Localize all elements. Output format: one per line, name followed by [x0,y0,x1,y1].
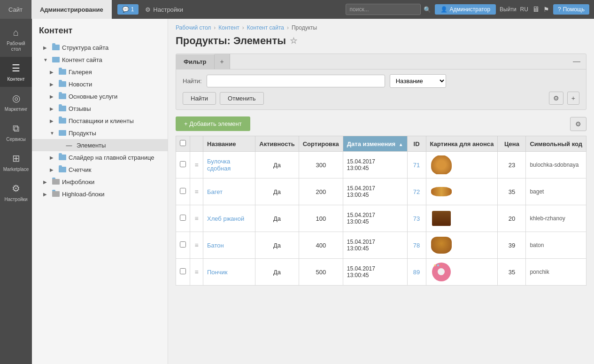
add-element-btn[interactable]: + Добавить элемент [176,116,250,131]
row-checkbox[interactable] [180,188,186,194]
row-thumbnail [430,155,453,174]
cancel-button[interactable]: Отменить [220,92,263,105]
row-img-cell [426,232,498,259]
drag-handle-icon[interactable]: ≡ [194,161,198,169]
tree-item-slider[interactable]: ▶ Слайдер на главной странице [32,151,168,163]
filter-search-input[interactable] [207,75,385,87]
col-header-date[interactable]: Дата изменения ▲ [343,136,407,152]
tree-item-products[interactable]: ▼ Продукты [32,127,168,139]
row-drag-cell[interactable]: ≡ [190,232,203,259]
user-menu[interactable]: 👤 Администратор [435,4,496,15]
row-drag-cell[interactable]: ≡ [190,259,203,286]
filter-toggle-btn[interactable]: Фильтр [176,54,215,69]
select-all-checkbox[interactable] [180,140,186,146]
row-checkbox[interactable] [180,215,186,221]
tree-item-highload[interactable]: ▶ Highload-блоки [32,188,168,200]
tab-site[interactable]: Сайт [0,0,31,19]
filter-gear-btn[interactable]: ⚙ [549,92,563,105]
row-checkbox[interactable] [180,268,186,274]
filter-plus-btn[interactable]: + [567,92,579,105]
row-id-link[interactable]: 71 [413,162,420,169]
settings-link[interactable]: ⚙ Настройки [139,6,190,13]
folder-gray-icon [52,178,60,186]
lang-selector[interactable]: RU [520,6,528,13]
monitor-icon[interactable]: 🖥 [532,5,540,14]
col-header-name[interactable]: Название [203,136,255,152]
row-id-link[interactable]: 89 [413,269,420,276]
tree-item-reviews[interactable]: ▶ Отзывы [32,102,168,115]
table-row: ≡ Пончик Да 500 15.04.201713:00:45 89 35… [176,259,586,286]
search-icon: 🔍 [424,6,431,13]
tree-nav-title: Контент [32,23,168,41]
folder-open-icon [52,55,60,64]
sidebar-item-desktop[interactable]: ⌂ Рабочий стол [0,21,32,57]
filter-header: Фильтр + — [176,54,586,69]
row-id-link[interactable]: 72 [413,188,420,195]
sidebar-item-content[interactable]: ☰ Контент [0,57,32,87]
breadcrumb: Рабочий стол › Контент › Контент сайта ›… [176,24,586,31]
tree-item-suppliers[interactable]: ▶ Поставщики и клиенты [32,115,168,127]
tree-item-infoblocks[interactable]: ▶ Инфоблоки [32,176,168,188]
row-name-link[interactable]: Пончик [207,269,227,276]
tree-item-site-content[interactable]: ▼ Контент сайта [32,54,168,66]
tab-admin[interactable]: Администрирование [31,0,112,19]
row-activity-cell: Да [255,259,299,286]
row-thumbnail [430,236,453,255]
row-drag-cell[interactable]: ≡ [190,205,203,232]
drag-handle-icon[interactable]: ≡ [194,215,198,222]
top-search-input[interactable] [346,4,421,15]
filter-actions: Найти Отменить ⚙ + [183,92,579,105]
row-name-link[interactable]: Булочка сдобная [207,158,231,172]
favorite-star-icon[interactable]: ☆ [290,36,297,46]
row-drag-cell[interactable]: ≡ [190,178,203,205]
col-header-code[interactable]: Символьный код [526,136,586,152]
tree-item-elements[interactable]: — Элементы [32,139,168,151]
chat-icon: 💬 [122,6,129,13]
notification-badge[interactable]: 💬 1 [117,4,139,15]
sidebar-item-marketplace[interactable]: ⊞ Marketplace [0,147,32,177]
row-name-link[interactable]: Багет [207,188,223,195]
col-header-price[interactable]: Цена [498,136,526,152]
breadcrumb-desktop[interactable]: Рабочий стол [176,24,211,31]
col-header-sort[interactable]: Сортировка [299,136,343,152]
row-price-cell: 39 [498,232,526,259]
row-name-link[interactable]: Хлеб ржаной [207,215,244,222]
col-header-id[interactable]: ID [407,136,426,152]
filter-add-btn[interactable]: + [215,54,230,69]
table-row: ≡ Батон Да 400 15.04.201713:00:45 78 39 … [176,232,586,259]
find-button[interactable]: Найти [183,92,216,105]
logout-link[interactable]: Выйти [500,6,517,13]
doc-icon: — [65,141,73,149]
drag-handle-icon[interactable]: ≡ [194,241,198,249]
filter-field-select[interactable]: Название [390,74,446,88]
row-checkbox[interactable] [180,241,186,248]
row-name-link[interactable]: Батон [207,242,224,249]
row-id-cell: 73 [407,205,426,232]
sidebar-item-settings[interactable]: ⚙ Настройки [0,177,32,207]
tree-item-gallery[interactable]: ▶ Галерея [32,66,168,78]
row-drag-cell[interactable]: ≡ [190,152,203,178]
tree-item-news[interactable]: ▶ Новости [32,78,168,90]
filter-minimize-btn[interactable]: — [567,57,586,66]
row-code-cell: ponchik [526,259,586,286]
breadcrumb-site-content[interactable]: Контент сайта [247,24,284,31]
row-id-link[interactable]: 78 [413,242,420,249]
tree-arrow: ▼ [43,57,50,62]
row-checkbox[interactable] [180,161,186,167]
tree-item-counter[interactable]: ▶ Счетчик [32,163,168,176]
top-bar: Сайт Администрирование 💬 1 ⚙ Настройки 🔍… [0,0,594,19]
sidebar-item-services[interactable]: ⧉ Сервисы [0,117,32,147]
drag-handle-icon[interactable]: ≡ [194,268,198,276]
col-header-img[interactable]: Картинка для анонса [426,136,498,152]
breadcrumb-content[interactable]: Контент [218,24,239,31]
drag-handle-icon[interactable]: ≡ [194,188,198,195]
tree-item-main-services[interactable]: ▶ Основные услуги [32,90,168,102]
table-settings-btn[interactable]: ⚙ [570,117,586,131]
col-header-activity[interactable]: Активность [255,136,299,152]
flag-icon[interactable]: ⚑ [543,6,549,13]
row-id-link[interactable]: 73 [413,215,420,222]
table-row: ≡ Хлеб ржаной Да 100 15.04.201713:00:45 … [176,205,586,232]
help-btn[interactable]: ? Помощь [553,4,589,15]
tree-item-site-structure[interactable]: ▶ Структура сайта [32,41,168,54]
sidebar-item-marketing[interactable]: ◎ Маркетинг [0,87,32,117]
